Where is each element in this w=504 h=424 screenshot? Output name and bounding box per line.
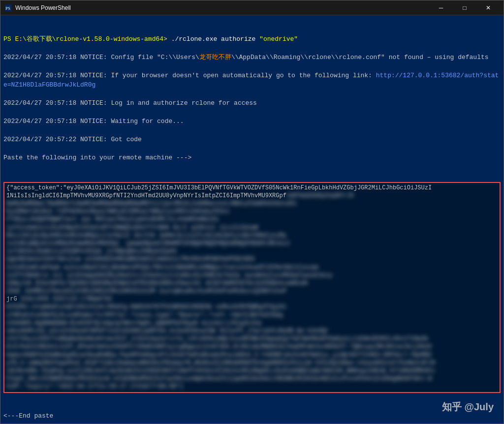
minimize-button[interactable]: ─: [430, 0, 452, 15]
token-line-13: lRaE s84MEkifSwieGIzX3RiZHO1X3RiZH04S12v…: [6, 288, 286, 295]
powershell-window: PS Windows PowerShell ─ □ ✕ PS E:\谷歌下载\r…: [0, 0, 504, 424]
token-line-17: lVkKAK0.AgABAAAAA—DLA3VO7QrddgJg7WevrAgD…: [6, 320, 262, 327]
token-line-12: l6WyJiN ZC0zZWY5LTQ2ODktODE0My03NmIxOTR1…: [6, 280, 308, 287]
token-line-16: v7HPa9JtsU9Nf8jXLxo8PeWorTzrMfF7w","toke…: [6, 312, 283, 319]
token-line-19: c51TIKyjuIEK7YxBDpBe9bdGkdVtnmJ51f_JrOsV…: [6, 335, 428, 342]
window-title: Windows PowerShell: [15, 4, 430, 11]
notice-line-3: 2022/04/27 20:57:18 NOTICE: Log in and a…: [3, 99, 501, 108]
close-button[interactable]: ✕: [477, 0, 500, 15]
command-line-1: PS E:\谷歌下载\rclone-v1.58.0-windows-amd64>…: [3, 35, 501, 44]
watermark: 知乎 @July: [442, 400, 494, 414]
notice-line-2: 2022/04/27 20:57:18 NOTICE: If your brow…: [3, 71, 501, 90]
token-line-11: lsZTY2NkBrcn ell u1l6ImppbGU2NjZAa3Jrci5…: [6, 272, 333, 279]
app-icon: PS: [4, 4, 12, 12]
paste-label: Paste the following into your remote mac…: [3, 153, 501, 163]
window-controls: ─ □ ✕: [430, 0, 500, 15]
token-line-18: cWvv0bMts5Z_e2Lh2tDXedXYAP0f7unk19IH6Kjq…: [6, 328, 329, 334]
title-bar: PS Windows PowerShell ─ □ ✕: [0, 0, 504, 15]
token-line-14: jrG S1GLtOVG X2G7iIZ-t7NHpK7bC: [6, 296, 113, 303]
token-line-20: EvIrKaVut6B1blL4jST_GPeaViWshzXSG9TC7ZKm…: [6, 343, 432, 350]
command-arg-1: "onedrive": [259, 35, 298, 43]
token-line-7: lsInBlaWQiOiIxMDAzMjAwMUUzMOU5Qi -gdwmUN…: [6, 240, 290, 247]
token-line-8: lzY3A1OiJGaWxlcy5SZWFkIEZpb jlYWQuQWxsIH…: [6, 248, 177, 255]
token-line-3: EyoGMwYzAlNzU TlMTA2Nzk2NywiYWNjdCI6MCwi…: [6, 208, 230, 215]
token-line-21: GqmicD9DF9jEkWNobgXEcwYAswR4BGa-PqoHPVd6…: [6, 352, 432, 359]
token-line-1: {"access_token":"eyJ0eXAiOiJKV1QiLCJub25…: [6, 184, 432, 199]
maximize-button[interactable]: □: [453, 0, 476, 15]
token-line-24: FZqaC_ZWtzICKBKR3KmLPR3ZhCecW-sXIAZBKdPE…: [6, 375, 432, 382]
notice-line-1: 2022/04/27 20:57:18 NOTICE: Config file …: [3, 53, 501, 62]
token-output-box: {"access_token":"eyJ0eXAiOiJKV1QiLCJub25…: [3, 182, 501, 393]
terminal-output: PS E:\谷歌下载\rclone-v1.58.0-windows-amd64>…: [3, 17, 501, 181]
end-paste-label: <---End paste: [3, 412, 501, 421]
terminal-footer: <---End paste PS E:\谷歌下载\rclone-v1.58.0-…: [3, 394, 501, 424]
notice-line-5: 2022/04/27 20:57:22 NOTICE: Got code: [3, 135, 501, 145]
token-line-22: yYD_k-imWq4A5Ykpp6XuC_SCbF72aEcZbwmqcwN6…: [6, 360, 435, 366]
prompt-1: PS E:\谷歌下载\rclone-v1.58.0-windows-amd64>: [3, 35, 167, 43]
token-line-15: OJ5ZRo-xtnpWo0ls2qFo3GltCo4cJHhbCg-9mEb2…: [6, 303, 286, 310]
token-line-5: lyY2xvbmUiLCJhcEhBpZCI6ImIxNTY2NWQ5LWVkY…: [6, 224, 258, 231]
notice-line-4: 2022/04/27 20:57:18 NOTICE: Waiting for …: [3, 117, 501, 126]
token-line-4: FTUEyLzhUQUFBQWflect ops M9IiwiYWlyIjpbI…: [6, 216, 219, 223]
terminal-area[interactable]: PS E:\谷歌下载\rclone-v1.58.0-windows-amd64>…: [0, 15, 504, 424]
command-text-1: ./rclone.exe authorize: [167, 35, 259, 43]
token-line-25: 5iM","expiry":"2022-04-27T21:59:27.27416…: [6, 383, 184, 390]
token-line-23: lHLNnnOBx-5CpDng-ux2Ij99LHofL4p3GsBnCktU…: [6, 367, 435, 374]
svg-text:PS: PS: [5, 6, 10, 11]
token-line-10: IsInRlbmFudF9yW oyIsinRpZCI6IjBkNmViMTQ3…: [6, 264, 318, 271]
token-line-2: AwMyOwMDAwLTAwMDAtYzAwMC0wMDAwMDAwMDAwMD…: [6, 200, 297, 207]
token-line-9: Ugb3B1bmlkIGVtYWlsIim u1VdOUDIkRNlWNGIm0…: [6, 256, 254, 263]
token-line-6: RkciI6IjExNy45Mi4zMC4xNDQiLCJuYWl1I b5/C…: [6, 232, 286, 239]
